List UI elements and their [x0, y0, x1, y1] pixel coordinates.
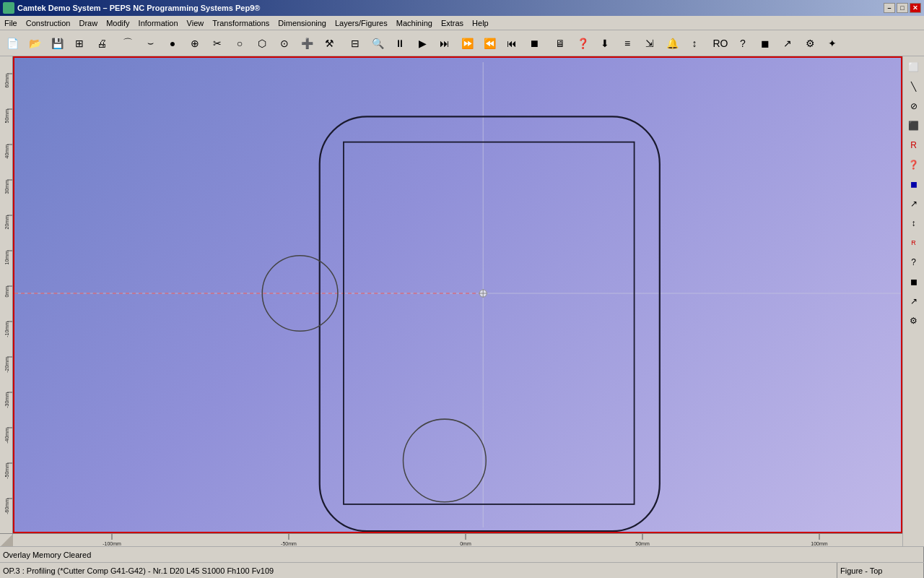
svg-text:50mm: 50mm [635, 541, 650, 546]
ruler-corner [0, 533, 13, 546]
menu-item-machining[interactable]: Machining [392, 16, 437, 30]
svg-text:0mm: 0mm [4, 286, 9, 298]
menu-item-help[interactable]: Help [468, 16, 493, 30]
new-btn[interactable]: 📄 [1, 33, 23, 54]
close-button[interactable]: ✕ [910, 3, 921, 13]
sq-btn[interactable]: ◼ [754, 33, 776, 54]
svg-text:50mm: 50mm [4, 109, 9, 124]
svg-text:-20mm: -20mm [4, 357, 9, 373]
corner-triangle [0, 534, 13, 546]
menu-item-view[interactable]: View [183, 16, 209, 30]
canvas-svg [14, 58, 901, 532]
menu-item-transformations[interactable]: Transformations [208, 16, 274, 30]
q-btn[interactable]: ? [732, 33, 754, 54]
arrow-btn2[interactable]: ⇲ [639, 33, 661, 54]
rt-arr2[interactable]: ↗ [905, 292, 923, 311]
svg-text:-50mm: -50mm [4, 463, 9, 479]
add-pt-btn[interactable]: ➕ [296, 33, 318, 54]
minimize-button[interactable]: – [884, 3, 895, 13]
start-btn2[interactable]: ⏮ [501, 33, 523, 54]
menu-item-draw[interactable]: Draw [75, 16, 103, 30]
app-icon [3, 2, 14, 14]
menu-item-file[interactable]: File [0, 16, 22, 30]
fwd-btn[interactable]: ⏩ [456, 33, 478, 54]
ro-btn[interactable]: RO [710, 33, 731, 54]
inner-rect [344, 142, 635, 504]
menu-item-extras[interactable]: Extras [437, 16, 468, 30]
rt-help[interactable]: ❓ [905, 155, 923, 174]
ruler-corner-svg [0, 534, 13, 546]
play-btn[interactable]: ▶ [411, 33, 433, 54]
arc-btn[interactable]: ⌒ [117, 33, 139, 54]
circle-btn[interactable]: ○ [229, 33, 250, 54]
rt-q3[interactable]: ? [905, 253, 923, 272]
updown-btn[interactable]: ↕ [684, 33, 705, 54]
main-area: 60mm50mm40mm30mm20mm10mm0mm-10mm-20mm-30… [0, 56, 924, 546]
rt-no[interactable]: ⊘ [905, 97, 923, 116]
contour-btn[interactable]: ⊙ [274, 33, 295, 54]
titlebar: Camtek Demo System – PEPS NC Programming… [0, 0, 924, 16]
center-btn[interactable]: ● [162, 33, 183, 54]
down-btn[interactable]: ⬇ [594, 33, 616, 54]
svg-text:30mm: 30mm [4, 180, 9, 194]
tool-btn[interactable]: ⚒ [318, 33, 340, 54]
arr-btn[interactable]: ↗ [777, 33, 798, 54]
rt-sq[interactable]: ◼ [905, 175, 923, 194]
status-text: Overlay Memory Cleared [3, 551, 91, 559]
circle-bottom [404, 419, 487, 502]
toolbar: 📄📂💾⊞🖨⌒⌣●⊕✂○⬡⊙➕⚒⊟🔍⏸▶⏭⏩⏪⏮⏹🖥❓⬇≡⇲🔔↕RO?◼↗⚙✦ [0, 30, 924, 56]
star-btn[interactable]: ✦ [821, 33, 843, 54]
outer-rounded-rect [320, 116, 660, 531]
display-btn[interactable]: 🖥 [549, 33, 571, 54]
open-btn[interactable]: 📂 [24, 33, 45, 54]
svg-text:-10mm: -10mm [4, 322, 9, 337]
rt-arr[interactable]: ↗ [905, 194, 923, 213]
rt-sq2[interactable]: ◼ [905, 272, 923, 291]
arc2-btn[interactable]: ⌣ [139, 33, 161, 54]
rt-diag[interactable]: ╲ [905, 77, 923, 96]
right-toolbar: ⬜╲⊘⬛R❓◼↗↕R?◼↗⚙ [902, 56, 924, 546]
statusbar: Overlay Memory Cleared [0, 546, 924, 562]
save-btn[interactable]: 💾 [46, 33, 68, 54]
rt-r[interactable]: R [905, 136, 923, 155]
rt-ro2[interactable]: R [905, 233, 923, 252]
poly-btn[interactable]: ⬡ [251, 33, 273, 54]
cut-btn[interactable]: ✂ [206, 33, 228, 54]
help-btn[interactable]: ❓ [572, 33, 593, 54]
menu-item-information[interactable]: Information [134, 16, 183, 30]
maximize-button[interactable]: □ [897, 3, 908, 13]
menu-item-layersfigures[interactable]: Layers/Figures [331, 16, 392, 30]
stop-btn[interactable]: ⏹ [523, 33, 545, 54]
rt-ud[interactable]: ↕ [905, 214, 923, 233]
list-btn[interactable]: ≡ [616, 33, 638, 54]
notify-btn[interactable]: 🔔 [661, 33, 683, 54]
grid-btn[interactable]: ⊞ [69, 33, 90, 54]
gear-btn[interactable]: ⚙ [799, 33, 821, 54]
menu-item-construction[interactable]: Construction [22, 16, 75, 30]
rect-btn[interactable]: ⊟ [344, 33, 366, 54]
menubar: FileConstructionDrawModifyInformationVie… [0, 16, 924, 30]
svg-text:100mm: 100mm [811, 541, 828, 546]
menu-item-modify[interactable]: Modify [102, 16, 134, 30]
snap-btn[interactable]: ⊕ [184, 33, 206, 54]
ruler-h-svg: -100mm-50mm0mm50mm100mm [13, 534, 902, 546]
svg-text:60mm: 60mm [4, 74, 9, 88]
print-btn[interactable]: 🖨 [91, 33, 113, 54]
menu-item-dimensioning[interactable]: Dimensioning [274, 16, 331, 30]
window-title: Camtek Demo System – PEPS NC Programming… [17, 4, 884, 12]
rt-select[interactable]: ⬜ [905, 58, 923, 77]
svg-text:-30mm: -30mm [4, 392, 9, 408]
svg-text:-40mm: -40mm [4, 428, 9, 444]
rt-disp[interactable]: ⬛ [905, 116, 923, 135]
figure-text: Figure - Top [837, 563, 924, 578]
drawing-canvas[interactable] [13, 56, 902, 533]
zoom-btn[interactable]: 🔍 [367, 33, 388, 54]
canvas-area[interactable]: 60mm50mm40mm30mm20mm10mm0mm-10mm-20mm-30… [0, 56, 902, 546]
svg-text:20mm: 20mm [4, 215, 9, 230]
svg-text:40mm: 40mm [4, 144, 9, 159]
svg-text:0mm: 0mm [460, 541, 471, 546]
rt-gear[interactable]: ⚙ [905, 311, 923, 330]
skip-end-btn[interactable]: ⏭ [434, 33, 456, 54]
rew-btn[interactable]: ⏪ [479, 33, 500, 54]
pause-btn[interactable]: ⏸ [389, 33, 411, 54]
